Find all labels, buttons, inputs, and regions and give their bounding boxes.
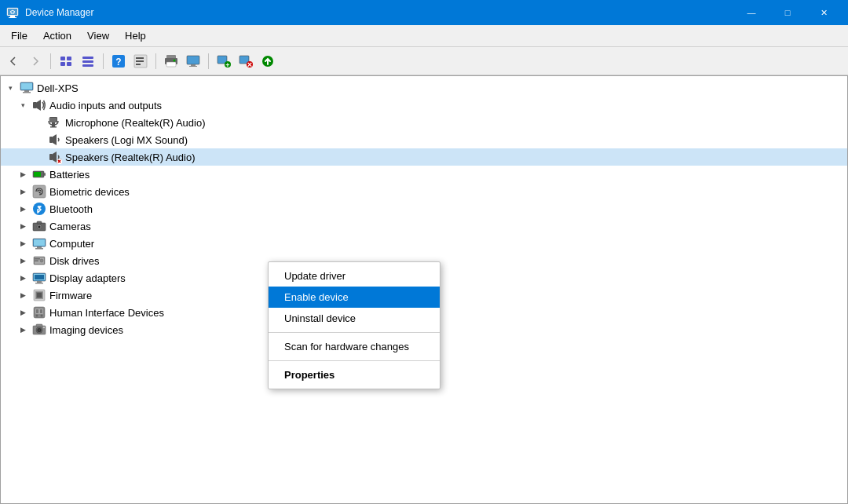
context-uninstall-device[interactable]: Uninstall device	[269, 308, 440, 329]
svg-rect-19	[166, 62, 176, 67]
expand-icon-bluetooth[interactable]: ▶	[16, 203, 29, 215]
tree-item-biometric[interactable]: ▶ Biometric devices	[1, 183, 847, 200]
svg-rect-60	[35, 261, 38, 262]
expand-icon-cameras[interactable]: ▶	[16, 220, 29, 232]
svg-rect-45	[34, 172, 41, 177]
context-menu: Update driver Enable device Uninstall de…	[268, 261, 440, 389]
svg-text:+: +	[225, 60, 229, 68]
add-device-button[interactable]: +	[214, 51, 234, 71]
tree-item-batteries[interactable]: ▶ Batteries	[1, 166, 847, 183]
tree-item-speakers-logi[interactable]: ▶ Speakers (Logi MX Sound)	[1, 131, 847, 148]
expand-icon-root[interactable]: ▾	[4, 82, 16, 94]
tree-label-cameras: Cameras	[49, 221, 847, 232]
tree-item-root[interactable]: ▾ Dell-XPS	[1, 79, 847, 97]
tree-label-firmware: Firmware	[49, 290, 847, 301]
toolbar-sep-2	[103, 53, 104, 69]
window-controls: — □ ✕	[733, 0, 842, 25]
print-button[interactable]	[161, 51, 181, 71]
svg-rect-38	[50, 126, 57, 128]
svg-rect-1	[8, 9, 17, 15]
tree-label-batteries: Batteries	[49, 169, 847, 181]
context-scan-changes[interactable]: Scan for hardware changes	[269, 336, 440, 357]
tree-item-audio[interactable]: ▾ Audio inputs and outputs	[1, 97, 847, 114]
help-button[interactable]: ?	[108, 51, 129, 71]
update-driver-button[interactable]	[258, 51, 278, 71]
svg-rect-3	[9, 17, 16, 18]
svg-point-75	[41, 315, 43, 317]
title-bar-icon	[6, 6, 19, 19]
cameras-icon	[32, 219, 46, 233]
expand-icon-biometric[interactable]: ▶	[16, 185, 29, 198]
svg-rect-41	[49, 154, 53, 160]
expand-icon-firmware[interactable]: ▶	[16, 289, 29, 301]
close-button[interactable]: ✕	[806, 0, 842, 25]
context-enable-device[interactable]: Enable device	[269, 287, 440, 308]
bluetooth-icon	[32, 202, 46, 216]
svg-rect-21	[187, 56, 199, 64]
speakers-logi-icon	[48, 133, 62, 147]
svg-point-58	[40, 259, 43, 262]
context-properties[interactable]: Properties	[269, 364, 440, 385]
tree-item-computer[interactable]: ▶ Computer	[1, 235, 847, 252]
toolbar: ? +	[0, 47, 848, 75]
menu-bar: File Action View Help	[0, 25, 848, 47]
svg-rect-55	[35, 248, 43, 250]
context-update-driver[interactable]: Update driver	[269, 265, 440, 287]
svg-rect-7	[67, 62, 71, 66]
tree-label-root: Dell-XPS	[37, 82, 847, 94]
expand-icon-display[interactable]: ▶	[16, 272, 29, 284]
svg-rect-44	[44, 173, 46, 176]
back-button[interactable]	[3, 51, 24, 71]
svg-rect-32	[21, 83, 32, 89]
tree-label-audio: Audio inputs and outputs	[49, 100, 847, 111]
menu-help[interactable]: Help	[117, 27, 154, 45]
svg-rect-72	[36, 309, 38, 313]
svg-rect-63	[37, 281, 42, 283]
hid-icon	[32, 305, 46, 320]
svg-rect-34	[23, 92, 31, 93]
svg-rect-5	[67, 57, 71, 60]
svg-rect-51	[37, 221, 42, 224]
svg-rect-16	[136, 64, 141, 65]
svg-point-50	[38, 226, 41, 228]
svg-point-74	[36, 315, 38, 317]
svg-rect-80	[36, 324, 42, 327]
list-button[interactable]	[78, 51, 98, 71]
minimize-button[interactable]: —	[733, 0, 769, 25]
svg-rect-40	[49, 137, 53, 143]
menu-action[interactable]: Action	[35, 27, 79, 45]
tree-item-bluetooth[interactable]: ▶ Bluetooth	[1, 200, 847, 217]
svg-rect-4	[60, 57, 65, 60]
forward-button[interactable]	[25, 51, 46, 71]
tree-item-speakers-realtek[interactable]: ▶ Speakers (Realtek(R) Audio)	[1, 148, 847, 166]
expand-icon-audio[interactable]: ▾	[16, 99, 29, 111]
expand-icon-batteries[interactable]: ▶	[16, 168, 29, 181]
svg-rect-64	[35, 283, 43, 284]
properties-button[interactable]	[130, 51, 151, 71]
svg-point-20	[174, 59, 176, 61]
expand-icon-imaging[interactable]: ▶	[16, 323, 29, 336]
tree-item-cameras[interactable]: ▶ Cameras	[1, 217, 847, 235]
menu-file[interactable]: File	[3, 27, 35, 45]
toolbar-sep-3	[155, 53, 156, 69]
svg-rect-15	[136, 60, 144, 62]
svg-text:×: ×	[247, 59, 252, 68]
svg-rect-53	[34, 239, 45, 246]
tree-item-mic[interactable]: ▶ Microphone (Realtek(R) Audio)	[1, 114, 847, 131]
monitor-button[interactable]	[183, 51, 203, 71]
tree-label-hid: Human Interface Devices	[49, 307, 847, 319]
tree-label-speakers-realtek: Speakers (Realtek(R) Audio)	[65, 152, 847, 163]
title-bar: Device Manager — □ ✕	[0, 0, 848, 25]
batteries-icon	[32, 167, 46, 181]
remove-device-button[interactable]: ×	[236, 51, 256, 71]
maximize-button[interactable]: □	[769, 0, 806, 25]
expand-icon-hid[interactable]: ▶	[16, 306, 29, 319]
expand-icon-computer[interactable]: ▶	[16, 237, 29, 250]
tree-label-display: Display adapters	[49, 272, 847, 284]
show-hide-button[interactable]	[56, 51, 76, 71]
speakers-realtek-icon	[48, 150, 62, 164]
svg-rect-10	[82, 64, 93, 67]
menu-view[interactable]: View	[79, 27, 117, 45]
expand-icon-disk[interactable]: ▶	[16, 254, 29, 267]
svg-rect-69	[37, 293, 42, 298]
